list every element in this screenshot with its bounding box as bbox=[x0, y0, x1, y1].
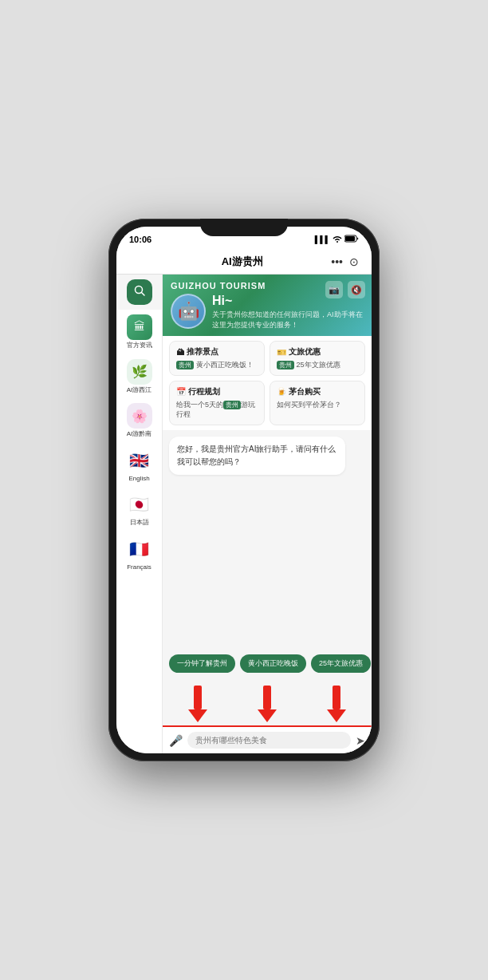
tag-guizhou-0: 贵州 bbox=[176, 361, 194, 369]
tag-guizhou-2: 贵州 bbox=[223, 401, 241, 409]
nav-title: AI游贵州 bbox=[222, 255, 263, 269]
more-icon[interactable]: ••• bbox=[331, 255, 343, 268]
japanese-flag: 🇯🇵 bbox=[127, 492, 152, 517]
banner-header: 🤖 Hi~ 关于贵州你想知道的任何旅行问题，AI助手将在这里为您提供专业的服务！ bbox=[171, 294, 364, 330]
quick-cards: 🏔 推荐景点 贵州 黄小西正吃晚饭！ 🎫 文旅优惠 bbox=[163, 336, 372, 430]
signal-icon: ▌▌▌ bbox=[315, 235, 330, 243]
banner-description: 关于贵州你想知道的任何旅行问题，AI助手将在这里为您提供专业的服务！ bbox=[212, 310, 364, 330]
suggestion-1[interactable]: 黄小西正吃晚饭 bbox=[240, 654, 306, 673]
phone-notch bbox=[200, 219, 288, 236]
svg-rect-1 bbox=[345, 236, 355, 241]
quick-card-1-header: 🎫 文旅优惠 bbox=[277, 346, 358, 358]
quick-card-3-title: 茅台购买 bbox=[289, 386, 321, 397]
sidebar: 🏛 官方资讯 🌿 AI游西江 🌸 AI游黔南 bbox=[116, 275, 163, 753]
nav-icons: ••• ⊙ bbox=[331, 255, 359, 268]
sidebar-label-french: Français bbox=[127, 563, 152, 571]
banner-icons: 📷 🔇 bbox=[325, 281, 365, 298]
mic-icon[interactable]: 🎤 bbox=[169, 734, 183, 747]
chat-input[interactable] bbox=[187, 732, 351, 749]
sidebar-item-search[interactable] bbox=[116, 275, 162, 310]
target-icon[interactable]: ⊙ bbox=[349, 255, 359, 268]
arrow-3 bbox=[327, 686, 346, 722]
sidebar-item-qiannan[interactable]: 🌸 AI游黔南 bbox=[116, 398, 162, 443]
quick-card-0-title: 推荐景点 bbox=[187, 346, 218, 358]
search-circle bbox=[127, 279, 152, 305]
arrows-area bbox=[163, 678, 372, 725]
quick-card-1[interactable]: 🎫 文旅优惠 贵州 25年文旅优惠 bbox=[270, 341, 365, 376]
main-content: 🏛 官方资讯 🌿 AI游西江 🌸 AI游黔南 bbox=[116, 275, 372, 753]
phone-screen: 10:06 ▌▌▌ AI游贵州 ••• ⊙ bbox=[116, 227, 372, 753]
nav-bar: AI游贵州 ••• ⊙ bbox=[116, 249, 372, 275]
sidebar-item-french[interactable]: 🇫🇷 Français bbox=[116, 531, 162, 576]
input-bar: 🎤 ➤ bbox=[163, 725, 372, 753]
tag-guizhou-1: 贵州 bbox=[277, 361, 294, 369]
battery-icon bbox=[344, 235, 359, 244]
sidebar-label-official: 官方资讯 bbox=[127, 342, 152, 350]
bot-avatar: 🤖 bbox=[171, 294, 206, 329]
wifi-icon bbox=[333, 235, 342, 244]
quick-card-2-title: 行程规划 bbox=[188, 386, 220, 397]
quick-card-1-icon: 🎫 bbox=[277, 348, 286, 357]
sidebar-item-official[interactable]: 🏛 官方资讯 bbox=[116, 310, 162, 354]
quick-card-2-body: 给我一个5天的贵州游玩行程 bbox=[176, 400, 258, 420]
status-time: 10:06 bbox=[129, 235, 152, 244]
quick-card-0-icon: 🏔 bbox=[176, 348, 184, 357]
chat-messages: 您好，我是贵州官方AI旅行助手，请问有什么我可以帮您的吗？ bbox=[163, 430, 372, 650]
quick-card-1-body: 贵州 25年文旅优惠 bbox=[277, 360, 358, 370]
quick-card-0-body: 贵州 黄小西正吃晚饭！ bbox=[176, 360, 258, 370]
camera-icon-btn[interactable]: 📷 bbox=[325, 281, 343, 298]
xijiang-logo: 🌿 bbox=[127, 359, 152, 385]
sidebar-label-xijiang: AI游西江 bbox=[127, 386, 152, 394]
quick-card-3-icon: 🍺 bbox=[277, 387, 286, 396]
quick-card-2-icon: 📅 bbox=[176, 387, 186, 396]
sidebar-label-english: English bbox=[128, 475, 149, 483]
banner-text-area: Hi~ 关于贵州你想知道的任何旅行问题，AI助手将在这里为您提供专业的服务！ bbox=[212, 294, 364, 330]
quick-card-2[interactable]: 📅 行程规划 给我一个5天的贵州游玩行程 bbox=[169, 381, 265, 425]
french-flag: 🇫🇷 bbox=[127, 536, 152, 562]
mute-icon-btn[interactable]: 🔇 bbox=[348, 281, 365, 298]
arrow-2 bbox=[258, 686, 277, 722]
suggestion-2[interactable]: 25年文旅优惠 bbox=[311, 654, 371, 673]
sidebar-item-xijiang[interactable]: 🌿 AI游西江 bbox=[116, 354, 162, 399]
suggestions-row: 一分钟了解贵州 黄小西正吃晚饭 25年文旅优惠 bbox=[163, 650, 372, 678]
sidebar-label-qiannan: AI游黔南 bbox=[127, 430, 152, 438]
bot-message-0: 您好，我是贵州官方AI旅行助手，请问有什么我可以帮您的吗？ bbox=[169, 437, 345, 475]
search-icon bbox=[133, 284, 146, 300]
quick-card-3-body: 如何买到平价茅台？ bbox=[277, 400, 358, 410]
chat-area: GUIZHOU TOURISM 📷 🔇 🤖 Hi~ 关于贵州你想知道的任何旅行问… bbox=[163, 275, 372, 753]
sidebar-item-english[interactable]: 🇬🇧 English bbox=[116, 443, 162, 488]
phone-frame: 10:06 ▌▌▌ AI游贵州 ••• ⊙ bbox=[108, 219, 380, 761]
svg-line-3 bbox=[141, 293, 144, 296]
qiannan-logo: 🌸 bbox=[127, 403, 152, 429]
send-icon[interactable]: ➤ bbox=[356, 734, 365, 747]
quick-card-1-title: 文旅优惠 bbox=[289, 346, 321, 358]
quick-card-2-header: 📅 行程规划 bbox=[176, 386, 258, 397]
quick-card-0-header: 🏔 推荐景点 bbox=[176, 346, 258, 358]
quick-card-3-header: 🍺 茅台购买 bbox=[277, 386, 358, 397]
status-icons: ▌▌▌ bbox=[315, 235, 359, 244]
quick-card-0[interactable]: 🏔 推荐景点 贵州 黄小西正吃晚饭！ bbox=[169, 341, 265, 376]
english-flag: 🇬🇧 bbox=[127, 448, 152, 473]
sidebar-label-japanese: 日本語 bbox=[130, 519, 149, 527]
banner: GUIZHOU TOURISM 📷 🔇 🤖 Hi~ 关于贵州你想知道的任何旅行问… bbox=[163, 275, 372, 336]
quick-card-1-text: 25年文旅优惠 bbox=[297, 361, 340, 369]
quick-card-3[interactable]: 🍺 茅台购买 如何买到平价茅台？ bbox=[270, 381, 365, 425]
official-logo: 🏛 bbox=[127, 314, 152, 340]
arrow-1 bbox=[188, 686, 207, 722]
suggestion-0[interactable]: 一分钟了解贵州 bbox=[169, 654, 235, 673]
sidebar-item-japanese[interactable]: 🇯🇵 日本語 bbox=[116, 487, 162, 531]
quick-card-0-text: 黄小西正吃晚饭！ bbox=[196, 361, 254, 369]
